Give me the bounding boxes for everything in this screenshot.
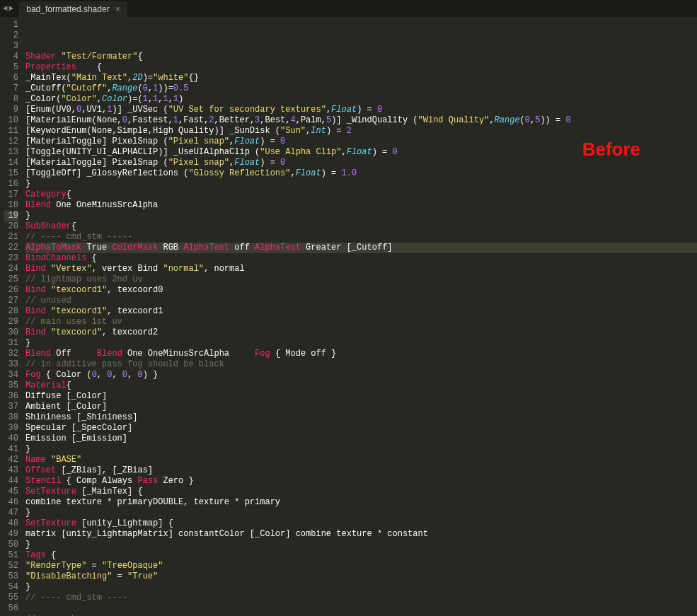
code-line[interactable]: SetTexture [_MainTex] { [25, 487, 697, 497]
code-line[interactable]: [KeywordEnum(None,Simple,High Quality)] … [25, 126, 697, 136]
line-number: 51 [4, 550, 18, 561]
code-area[interactable]: Before Shader "Test/Formater"{Properties… [25, 17, 697, 616]
line-number: 47 [4, 508, 18, 518]
line-number: 41 [4, 444, 18, 455]
line-number: 42 [4, 455, 18, 465]
line-number: 11 [4, 126, 18, 136]
code-line[interactable]: Specular [_SpecColor] [25, 423, 697, 434]
editor: 1234567891011121314151617181920212223242… [0, 17, 697, 616]
code-line[interactable]: combine texture * primaryDOUBLE, texture… [25, 497, 697, 508]
code-line[interactable]: Diffuse [_Color] [25, 391, 697, 402]
line-number: 32 [4, 349, 18, 359]
line-number: 20 [4, 221, 18, 232]
code-line[interactable]: } [25, 582, 697, 593]
code-line[interactable]: Bind "texcoord1", texcoord0 [25, 285, 697, 296]
line-number: 52 [4, 561, 18, 571]
code-line[interactable]: BindChannels { [25, 253, 697, 264]
line-number: 12 [4, 136, 18, 147]
annotation-label: Before [582, 144, 640, 155]
line-number: 5 [4, 62, 18, 73]
code-line[interactable]: Shininess [_Shininess] [25, 412, 697, 423]
code-line[interactable]: Stencil { Comp Always Pass Zero } [25, 476, 697, 487]
code-line[interactable]: } [25, 444, 697, 455]
code-line[interactable]: // main uses 1st uv [25, 317, 697, 327]
line-number: 22 [4, 243, 18, 253]
line-number: 13 [4, 147, 18, 158]
code-line[interactable]: Bind "texcoord", texcoord2 [25, 327, 697, 338]
code-line[interactable]: // in additive pass fog should be black [25, 359, 697, 370]
code-line[interactable]: _MainTex("Main Text",2D)="white"{} [25, 73, 697, 83]
code-line[interactable]: [ToggleOff] _GlossyReflections ("Glossy … [25, 168, 697, 179]
line-number: 48 [4, 518, 18, 529]
line-number: 43 [4, 465, 18, 476]
code-line[interactable]: Properties { [25, 62, 697, 73]
line-number: 40 [4, 434, 18, 444]
code-line[interactable]: Ambient [_Color] [25, 402, 697, 412]
code-line[interactable]: matrix [unity_LightmapMatrix] constantCo… [25, 529, 697, 540]
code-line[interactable]: Category{ [25, 190, 697, 200]
line-number: 18 [4, 200, 18, 211]
line-number: 17 [4, 190, 18, 200]
nav-back-icon[interactable]: ◄ [3, 4, 8, 13]
line-number: 54 [4, 582, 18, 593]
code-line[interactable]: } [25, 179, 697, 190]
code-line[interactable]: AlphaToMask True ColorMask RGB AlphaTest… [25, 243, 697, 253]
code-line[interactable]: } [25, 508, 697, 518]
line-number: 3 [4, 41, 18, 52]
file-tab[interactable]: bad_formatted.shader × [19, 1, 127, 17]
line-number: 35 [4, 380, 18, 391]
code-line[interactable]: _Cutoff("Cutoff",Range(0,1))=0.5 [25, 83, 697, 94]
titlebar: ◄ ► bad_formatted.shader × [0, 0, 697, 17]
line-number: 36 [4, 391, 18, 402]
line-number: 2 [4, 30, 18, 41]
line-number: 24 [4, 264, 18, 274]
line-number: 55 [4, 593, 18, 603]
line-number: 31 [4, 338, 18, 349]
code-line[interactable]: [Enum(UV0,0,UV1,1)] _UVSec ("UV Set for … [25, 105, 697, 115]
line-number: 16 [4, 179, 18, 190]
code-line[interactable]: Shader "Test/Formater"{ [25, 52, 697, 62]
line-number: 8 [4, 94, 18, 105]
line-number: 21 [4, 232, 18, 243]
code-line[interactable]: // lightmap uses 2nd uv [25, 274, 697, 285]
code-line[interactable]: Bind "texcoord1", texcoord1 [25, 306, 697, 317]
code-line[interactable]: Bind "Vertex", vertex Bind "normal", nor… [25, 264, 697, 274]
nav-arrows: ◄ ► [3, 4, 13, 13]
code-line[interactable]: "RenderType" = "TreeOpaque" [25, 561, 697, 571]
code-line[interactable]: SubShader{ [25, 221, 697, 232]
line-number: 15 [4, 168, 18, 179]
line-number: 29 [4, 317, 18, 327]
line-number: 49 [4, 529, 18, 540]
line-number: 14 [4, 158, 18, 168]
line-number: 1 [4, 20, 18, 30]
code-line[interactable]: } [25, 540, 697, 550]
line-number: 28 [4, 306, 18, 317]
line-number: 6 [4, 73, 18, 83]
code-line[interactable]: Name "BASE" [25, 455, 697, 465]
code-line[interactable]: SetTexture [unity_Lightmap] { [25, 518, 697, 529]
code-line[interactable]: Offset [_ZBias], [_ZBias] [25, 465, 697, 476]
code-line[interactable]: _Color("Color",Color)=(1,1,1,1) [25, 94, 697, 105]
code-line[interactable]: // ---- cmd_stm ----- [25, 232, 697, 243]
line-number: 26 [4, 285, 18, 296]
code-line[interactable]: Fog { Color (0, 0, 0, 0) } [25, 370, 697, 380]
code-line[interactable]: // ---- cmd_stm ---- [25, 593, 697, 603]
code-line[interactable]: Tags { [25, 550, 697, 561]
code-line[interactable]: // unused [25, 296, 697, 306]
code-line[interactable]: } [25, 338, 697, 349]
code-line[interactable]: [MaterialEnum(None,0,Fastest,1,Fast,2,Be… [25, 115, 697, 126]
code-line[interactable]: Blend One OneMinusSrcAlpha [25, 200, 697, 211]
code-line[interactable]: Blend Off Blend One OneMinusSrcAlpha Fog… [25, 349, 697, 359]
code-line[interactable]: Material{ [25, 380, 697, 391]
line-number: 44 [4, 476, 18, 487]
code-line[interactable] [25, 603, 697, 614]
close-icon[interactable]: × [115, 4, 120, 14]
line-number: 4 [4, 52, 18, 62]
line-number: 10 [4, 115, 18, 126]
line-number: 45 [4, 487, 18, 497]
code-line[interactable]: "DisableBatching" = "True" [25, 571, 697, 582]
code-line[interactable]: } [25, 211, 697, 221]
line-number: 46 [4, 497, 18, 508]
nav-forward-icon[interactable]: ► [9, 4, 14, 13]
code-line[interactable]: Emission [_Emission] [25, 434, 697, 444]
